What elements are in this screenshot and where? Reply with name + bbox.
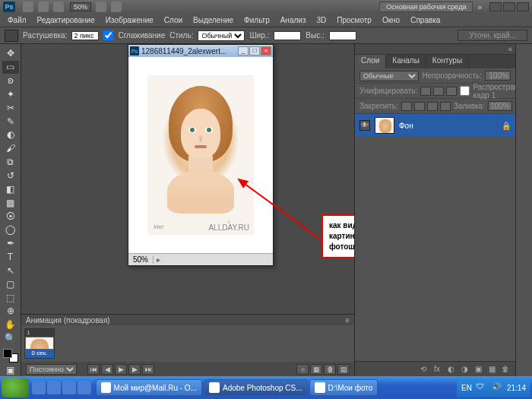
maximize-icon[interactable] <box>503 2 515 11</box>
menu-edit[interactable]: Редактирование <box>33 14 100 26</box>
play-icon[interactable]: ▶ <box>115 364 127 375</box>
menu-3d[interactable]: 3D <box>312 14 331 26</box>
doc-maximize-icon[interactable]: □ <box>249 46 260 55</box>
layer-name[interactable]: Фон <box>399 122 413 130</box>
ql-icon[interactable] <box>32 381 46 394</box>
zoom-tool[interactable]: 🔍 <box>2 332 19 345</box>
zoom-select[interactable]: 50% <box>70 2 91 11</box>
doc-close-icon[interactable]: × <box>261 46 271 55</box>
lang-indicator[interactable]: EN <box>461 384 472 392</box>
path-tool[interactable]: ↖ <box>2 264 19 277</box>
first-frame-icon[interactable]: ⏮ <box>87 364 100 375</box>
new-layer-icon[interactable]: ▦ <box>486 365 497 374</box>
menu-window[interactable]: Окно <box>378 14 404 26</box>
lock-icon[interactable]: 🔒 <box>502 122 511 130</box>
visibility-icon[interactable]: 👁 <box>359 120 370 131</box>
stamp-tool[interactable]: ⧉ <box>2 156 19 169</box>
screenmode-icon[interactable] <box>53 2 64 12</box>
3d-camera-tool[interactable]: ⊕ <box>2 305 19 318</box>
tab-layers[interactable]: Слои <box>355 55 386 68</box>
minimize-icon[interactable] <box>489 2 502 11</box>
frame-delay[interactable]: 0 сек. <box>25 350 54 358</box>
chevron-double-icon[interactable]: » <box>477 3 482 11</box>
adjustment-icon[interactable]: ◑ <box>459 365 470 374</box>
menu-analysis[interactable]: Анализ <box>276 14 311 26</box>
menu-help[interactable]: Справка <box>406 14 445 26</box>
eyedropper-tool[interactable]: ✎ <box>2 115 19 128</box>
tab-paths[interactable]: Контуры <box>426 55 469 68</box>
tray-icon[interactable]: 🔊 <box>492 382 502 393</box>
quickmask-tool[interactable]: ▣ <box>2 363 19 376</box>
next-frame-icon[interactable]: ▶ <box>128 364 141 375</box>
close-icon[interactable] <box>517 2 529 11</box>
ql-icon[interactable] <box>62 381 76 394</box>
document-canvas[interactable]: Mel ☼ALLDAY.RU <box>128 57 273 253</box>
menu-file[interactable]: Файл <box>3 14 31 26</box>
antialias-checkbox[interactable] <box>103 30 113 40</box>
menu-select[interactable]: Выделение <box>188 14 238 26</box>
gradient-tool[interactable]: ▦ <box>2 196 19 209</box>
layer-row[interactable]: 👁 Фон 🔒 <box>355 114 515 137</box>
menu-image[interactable]: Изображение <box>101 14 158 26</box>
marquee-tool[interactable]: ▭ <box>2 61 19 74</box>
propagate-checkbox[interactable] <box>460 86 470 96</box>
duplicate-frame-icon[interactable]: ▦ <box>310 364 322 375</box>
menu-view[interactable]: Просмотр <box>332 14 376 26</box>
dodge-tool[interactable]: ◯ <box>2 223 19 236</box>
taskbar-item[interactable]: Adobe Photoshop CS... <box>204 379 308 396</box>
animation-header[interactable]: Анимация (покадровая) ≡ <box>21 315 354 325</box>
link-icon[interactable]: ⟲ <box>418 365 429 374</box>
pen-tool[interactable]: ✒ <box>2 237 19 250</box>
fill-value[interactable]: 100% <box>488 101 512 111</box>
prev-frame-icon[interactable]: ◀ <box>101 364 113 375</box>
shape-tool[interactable]: ▢ <box>2 277 19 290</box>
feather-input[interactable] <box>71 31 99 40</box>
blur-tool[interactable]: ⦿ <box>2 210 19 223</box>
panel-menu-icon[interactable]: ≡ <box>345 316 350 325</box>
taskbar-item[interactable]: Мой мир@Mail.Ru - O... <box>96 379 202 396</box>
doc-info-icon[interactable]: ▸ <box>157 255 160 264</box>
group-icon[interactable]: ▣ <box>473 365 483 374</box>
fx-icon[interactable]: fx <box>432 365 442 374</box>
move-tool[interactable]: ✥ <box>2 47 19 60</box>
mask-icon[interactable]: ◐ <box>445 365 456 374</box>
blend-mode-select[interactable]: Обычные <box>359 71 419 81</box>
refine-edge-button[interactable]: Уточн. край... <box>458 30 527 41</box>
tray-icon[interactable]: 🛡 <box>477 382 487 393</box>
style-select[interactable]: Обычный <box>198 30 245 41</box>
clock[interactable]: 21:14 <box>507 384 526 392</box>
last-frame-icon[interactable]: ⏭ <box>142 364 154 375</box>
menu-filter[interactable]: Фильтр <box>239 14 274 26</box>
tool-preset-icon[interactable] <box>5 30 18 42</box>
opacity-value[interactable]: 100% <box>485 71 511 81</box>
bridge-icon[interactable] <box>23 2 33 12</box>
timeline-mode-icon[interactable]: ▤ <box>337 364 350 375</box>
workspace-button[interactable]: Основная рабочая среда <box>379 2 473 12</box>
color-swatches[interactable] <box>3 349 18 363</box>
frame-thumbnail[interactable] <box>26 337 53 349</box>
menu-layer[interactable]: Слои <box>160 14 187 26</box>
taskbar-item[interactable]: D:\Мои фото <box>309 379 378 396</box>
crop-tool[interactable]: ✂ <box>2 101 19 114</box>
hand-icon[interactable] <box>96 2 106 12</box>
start-button[interactable] <box>2 378 29 397</box>
delete-frame-icon[interactable]: 🗑 <box>324 364 336 375</box>
document-window[interactable]: Ps 1286811449_2alexwert... _ □ × Mel ☼AL… <box>128 44 274 266</box>
panel-collapse-bar[interactable]: « <box>355 44 515 55</box>
lasso-tool[interactable]: ʚ <box>2 74 19 87</box>
loop-select[interactable]: Постоянно <box>26 364 77 375</box>
doc-zoom-value[interactable]: 50% <box>128 255 154 264</box>
brush-tool[interactable]: 🖌 <box>2 142 19 155</box>
heal-tool[interactable]: ◐ <box>2 128 19 141</box>
hand-tool[interactable]: ✋ <box>2 318 19 331</box>
eraser-tool[interactable]: ◧ <box>2 182 19 195</box>
type-tool[interactable]: T <box>2 251 19 264</box>
right-dock[interactable] <box>515 44 532 376</box>
wand-tool[interactable]: ✦ <box>2 88 19 101</box>
ql-icon[interactable] <box>78 381 91 394</box>
tween-icon[interactable]: ⟐ <box>296 364 309 375</box>
ql-icon[interactable] <box>47 381 61 394</box>
3d-tool[interactable]: ⬚ <box>2 291 19 304</box>
animation-frame[interactable]: 1 0 сек. <box>24 328 55 359</box>
layer-thumbnail[interactable] <box>375 117 394 134</box>
